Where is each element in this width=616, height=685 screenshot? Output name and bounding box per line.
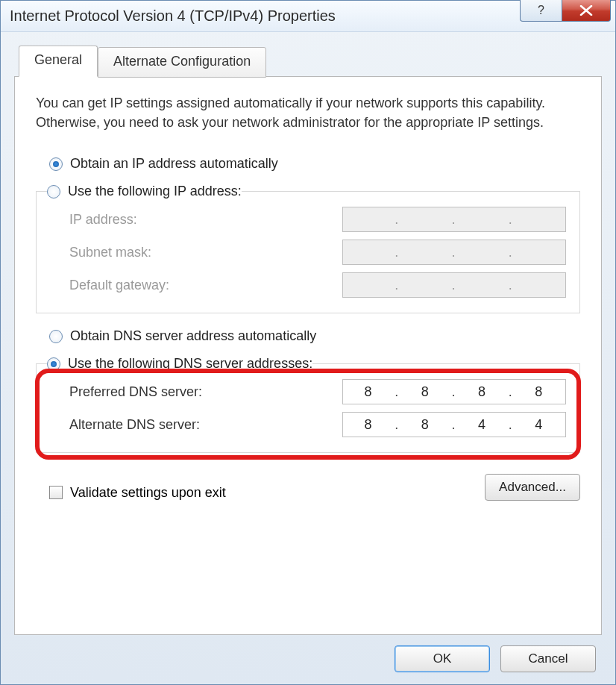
cancel-button[interactable]: Cancel xyxy=(500,645,596,672)
input-subnet[interactable]: . . . xyxy=(342,240,566,265)
input-alternate-dns[interactable]: 8. 8. 4. 4 xyxy=(342,412,566,437)
radio-icon xyxy=(47,357,60,371)
radio-dns-auto-label: Obtain DNS server address automatically xyxy=(70,328,316,344)
advanced-button[interactable]: Advanced... xyxy=(485,474,580,501)
radio-ip-manual-label: Use the following IP address: xyxy=(68,184,242,199)
checkbox-validate[interactable]: Validate settings upon exit xyxy=(49,485,226,501)
radio-icon xyxy=(49,330,63,343)
window-buttons: ? xyxy=(520,0,611,22)
row-gateway: Default gateway: . . . xyxy=(69,272,566,298)
checkbox-icon xyxy=(49,486,63,499)
radio-icon xyxy=(49,157,63,171)
radio-icon xyxy=(47,185,60,198)
tabstrip: General Alternate Configuration xyxy=(14,46,602,77)
help-button[interactable]: ? xyxy=(520,0,562,22)
row-subnet: Subnet mask: . . . xyxy=(69,240,566,265)
radio-dns-manual[interactable]: Use the following DNS server addresses: xyxy=(47,356,312,372)
row-preferred-dns: Preferred DNS server: 8. 8. 8. 8 xyxy=(69,379,566,404)
row-ip-address: IP address: . . . xyxy=(69,207,566,232)
input-gateway[interactable]: . . . xyxy=(342,272,566,298)
tab-alternate[interactable]: Alternate Configuration xyxy=(98,47,266,78)
input-ip-address[interactable]: . . . xyxy=(342,207,566,232)
tab-general[interactable]: General xyxy=(19,46,98,77)
client-area: General Alternate Configuration You can … xyxy=(1,32,615,684)
label-ip-address: IP address: xyxy=(69,212,137,228)
group-ip-manual: Use the following IP address: IP address… xyxy=(36,184,580,313)
row-alternate-dns: Alternate DNS server: 8. 8. 4. 4 xyxy=(69,412,566,437)
intro-text: You can get IP settings assigned automat… xyxy=(36,93,580,132)
radio-ip-auto-label: Obtain an IP address automatically xyxy=(70,156,278,172)
close-button[interactable] xyxy=(562,0,611,22)
label-alternate-dns: Alternate DNS server: xyxy=(69,417,200,433)
label-subnet: Subnet mask: xyxy=(69,245,151,260)
dialog-buttons: OK Cancel xyxy=(14,635,602,672)
close-icon xyxy=(579,5,593,16)
radio-dns-auto[interactable]: Obtain DNS server address automatically xyxy=(49,328,580,344)
label-gateway: Default gateway: xyxy=(69,278,169,293)
group-dns-manual: Use the following DNS server addresses: … xyxy=(36,356,580,453)
dialog-window: Internet Protocol Version 4 (TCP/IPv4) P… xyxy=(0,0,616,685)
radio-ip-manual[interactable]: Use the following IP address: xyxy=(47,184,242,199)
ok-button[interactable]: OK xyxy=(395,645,490,672)
label-validate: Validate settings upon exit xyxy=(70,485,226,501)
window-title: Internet Protocol Version 4 (TCP/IPv4) P… xyxy=(10,7,336,25)
radio-dns-manual-label: Use the following DNS server addresses: xyxy=(68,356,312,372)
titlebar: Internet Protocol Version 4 (TCP/IPv4) P… xyxy=(1,1,615,32)
input-preferred-dns[interactable]: 8. 8. 8. 8 xyxy=(342,379,566,404)
radio-ip-auto[interactable]: Obtain an IP address automatically xyxy=(49,156,580,172)
bottom-row: Validate settings upon exit Advanced... xyxy=(36,474,580,501)
tab-panel-general: You can get IP settings assigned automat… xyxy=(14,76,602,635)
label-preferred-dns: Preferred DNS server: xyxy=(69,384,202,400)
